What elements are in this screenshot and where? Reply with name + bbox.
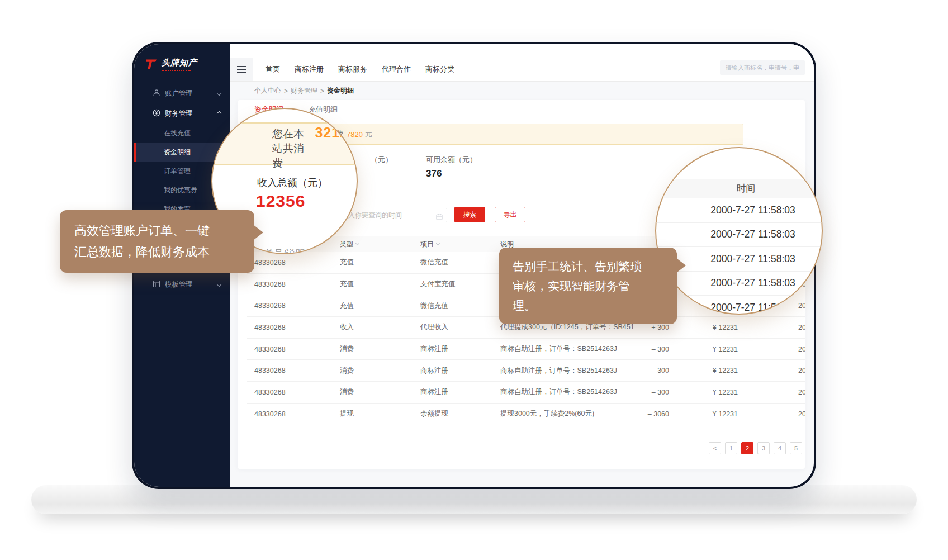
cell-desc: 提现3000元，手续费2%(60元) [500, 409, 634, 419]
cell-time: 2000-7-27 11:58:03 [738, 388, 805, 396]
sidebar-subitem-label: 在线充值 [164, 129, 191, 138]
stat-value: 376 [426, 168, 477, 179]
table-row: 48330268 消费 商标注册 商标自助注册，订单号：SB2514263J –… [247, 382, 805, 404]
nav-link-trademark-service[interactable]: 商标服务 [338, 64, 367, 74]
search-button[interactable]: 搜索 [454, 207, 485, 222]
cell-balance: ¥ 12231 [669, 324, 738, 331]
breadcrumb: 个人中心 > 财务管理 > 资金明细 [230, 82, 814, 100]
pagination-page-1[interactable]: 1 [725, 442, 737, 454]
sidebar-subitem-label: 订单管理 [164, 167, 191, 176]
cell-desc: 商标自助注册，订单号：SB2514263J [500, 387, 634, 397]
cell-order: 48330268 [254, 410, 340, 418]
banner-amount: 7820 [347, 130, 363, 139]
sidebar-item-account[interactable]: 账户管理 [134, 83, 230, 103]
col-header-project[interactable]: 项目 [420, 240, 500, 249]
top-navbar: 首页 商标注册 商标服务 代理合作 商标分类 [230, 44, 814, 82]
col-header-type[interactable]: 类型 [340, 240, 420, 249]
cell-desc: 商标自助注册，订单号：SB2514263J [500, 344, 634, 354]
cell-time: 2000-7-27 11:58:03 [738, 324, 805, 331]
top-nav-links: 首页 商标注册 商标服务 代理合作 商标分类 [266, 58, 454, 81]
cell-project: 商标注册 [420, 387, 500, 397]
table-row: 48330268 消费 商标注册 商标自助注册，订单号：SB2514263J –… [247, 339, 805, 360]
breadcrumb-item[interactable]: 财务管理 [291, 86, 317, 96]
logo-text: 头牌知产 [162, 58, 197, 68]
stat-divider [418, 153, 418, 175]
sort-chevron-icon [436, 241, 440, 245]
magnified-banner-prefix: 您在本站共消费 [272, 127, 309, 170]
sidebar-item-label: 账户管理 [165, 89, 193, 98]
sidebar-item-template[interactable]: 模板管理 [134, 274, 230, 295]
cell-amount: – 300 [634, 345, 669, 353]
cell-project: 支付宝充值 [420, 279, 500, 289]
callout-right: 告别手工统计、告别繁琐 审核，实现智能财务管 理。 [499, 248, 677, 324]
magnified-time-cell: 2000-7-27 11:58:03 [656, 198, 822, 223]
global-search-box [720, 60, 805, 75]
nav-link-home[interactable]: 首页 [266, 64, 280, 74]
cell-balance: ¥ 12231 [669, 345, 738, 353]
cell-amount: – 300 [634, 388, 669, 396]
cell-order: 48330268 [254, 324, 340, 331]
cell-type: 消费 [340, 366, 420, 376]
breadcrumb-item[interactable]: 个人中心 [254, 86, 281, 96]
sidebar-item-finance[interactable]: 财务管理 [134, 103, 230, 124]
hamburger-menu-button[interactable] [230, 58, 253, 81]
pagination-prev-button[interactable]: < [709, 442, 721, 454]
pagination-page-3[interactable]: 3 [757, 442, 770, 454]
cell-project: 微信充值 [420, 301, 500, 311]
cell-amount: + 300 [634, 324, 669, 331]
pagination-page-4[interactable]: 4 [774, 442, 786, 454]
cell-balance: ¥ 12231 [669, 388, 738, 396]
nav-link-agent-cooperation[interactable]: 代理合作 [382, 64, 411, 74]
date-filter-field [335, 208, 447, 222]
pagination-page-2[interactable]: 2 [741, 442, 753, 454]
cell-order: 48330268 [254, 302, 340, 310]
stat-balance: 可用余额（元） 376 [426, 155, 477, 179]
table-row: 48330268 消费 商标注册 商标自助注册，订单号：SB2514263J –… [247, 360, 805, 382]
cell-project: 代理收入 [420, 322, 500, 332]
sidebar-item-label: 财务管理 [165, 109, 193, 118]
sidebar-subitem-recharge[interactable]: 在线充值 [134, 124, 230, 143]
laptop-base [31, 485, 917, 514]
user-icon [153, 89, 160, 98]
cell-project: 余额提现 [420, 409, 500, 419]
magnified-income-label: 收入总额（元） [257, 176, 328, 189]
callout-left: 高效管理账户订单、一键 汇总数据，降低财务成本 [60, 210, 254, 273]
cell-time: 2000-7-27 11:58:03 [738, 410, 805, 418]
logo-icon [145, 58, 158, 73]
stat-middle-label-fragment: （元） [371, 155, 392, 165]
banner-unit: 元 [365, 129, 372, 139]
magnifier-circle-right: 时间 2000-7-27 11:58:03 2000-7-27 11:58:03… [655, 147, 823, 315]
sidebar-item-label: 模板管理 [165, 280, 193, 290]
nav-link-trademark-category[interactable]: 商标分类 [425, 64, 454, 74]
cell-type: 充值 [340, 301, 420, 311]
pagination-page-5[interactable]: 5 [790, 442, 802, 454]
nav-link-trademark-register[interactable]: 商标注册 [295, 64, 324, 74]
template-icon [153, 280, 160, 290]
logo-subtext-decoration [162, 70, 191, 71]
cell-order: 48330268 [254, 281, 340, 288]
cell-time: 2000-7-27 11:58:03 [738, 367, 805, 374]
cell-balance: ¥ 12231 [669, 367, 738, 374]
calendar-icon [436, 212, 443, 222]
cell-order: 48330268 [254, 259, 340, 267]
chevron-down-icon [217, 282, 221, 287]
breadcrumb-separator: > [284, 87, 288, 95]
export-button[interactable]: 导出 [495, 207, 525, 222]
chevron-up-icon [217, 111, 221, 116]
cell-project: 商标注册 [420, 344, 500, 354]
magnified-time-cell: 2000-7-27 11:58:03 [656, 223, 822, 248]
cell-balance: ¥ 12231 [669, 410, 738, 418]
global-search-input[interactable] [720, 60, 805, 75]
sidebar-subitem-label: 资金明细 [164, 148, 191, 157]
breadcrumb-separator: > [320, 87, 324, 95]
cell-order: 48330268 [254, 367, 340, 374]
logo[interactable]: 头牌知产 [134, 44, 230, 77]
cell-amount: – 3060 [634, 410, 669, 418]
magnified-income-value: 12356 [256, 192, 305, 211]
page: 头牌知产 账户管理 [0, 0, 948, 560]
cell-type: 提现 [340, 409, 420, 419]
stat-label: 可用余额（元） [426, 155, 477, 165]
sort-chevron-icon [356, 241, 359, 245]
finance-icon [153, 109, 160, 118]
cell-type: 收入 [340, 322, 420, 332]
